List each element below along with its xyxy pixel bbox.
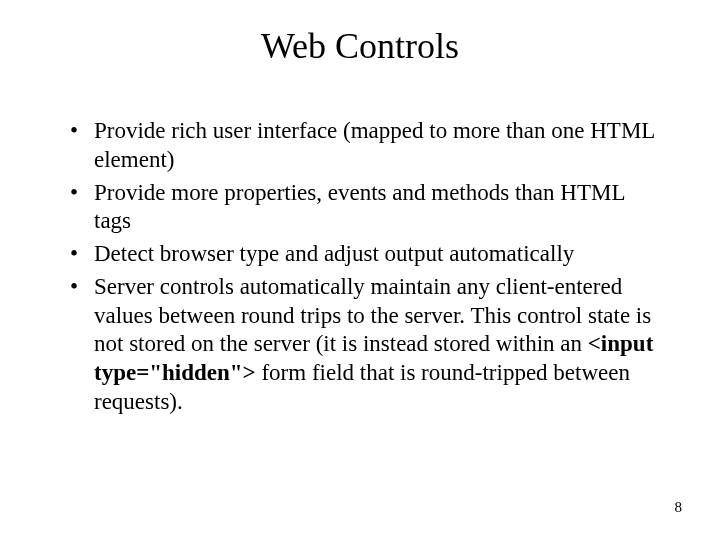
slide-title: Web Controls: [50, 20, 670, 67]
slide: Web Controls Provide rich user interface…: [0, 0, 720, 540]
list-item: Detect browser type and adjust output au…: [70, 240, 660, 269]
list-item: Server controls automatically maintain a…: [70, 273, 660, 417]
page-number: 8: [675, 499, 683, 516]
bullet-list: Provide rich user interface (mapped to m…: [50, 117, 670, 417]
list-item-text-pre: Server controls automatically maintain a…: [94, 274, 651, 357]
list-item: Provide rich user interface (mapped to m…: [70, 117, 660, 175]
list-item: Provide more properties, events and meth…: [70, 179, 660, 237]
